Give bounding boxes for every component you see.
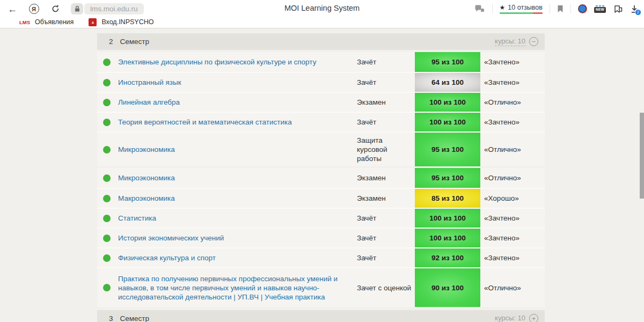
- course-assessment-type: Зачёт: [357, 253, 376, 262]
- course-assessment-type: Защита курсовой работы: [357, 136, 412, 163]
- course-link[interactable]: Микроэкономика: [118, 173, 175, 182]
- course-grade: «Зачтено»: [484, 58, 519, 66]
- table-row: Линейная алгебра Экзамен 100 из 100 «Отл…: [97, 92, 545, 112]
- course-grade: «Хорошо»: [484, 194, 519, 202]
- courses-count-link[interactable]: курсы: 10: [495, 314, 525, 322]
- course-grade: «Отлично»: [484, 145, 521, 153]
- bookmark-item-announcements[interactable]: LMS Объявления: [19, 18, 74, 26]
- table-row: Элективные дисциплины по физической куль…: [97, 52, 545, 72]
- url-text: lms.moi.edu.ru: [90, 5, 138, 13]
- course-score-cell: 64 из 100: [415, 73, 480, 92]
- address-bar[interactable]: lms.moi.edu.ru: [71, 3, 144, 14]
- rating-bar-negative: [533, 12, 543, 14]
- table-row: Физическая культура и спорт Зачёт 92 из …: [97, 247, 545, 267]
- downloads-button[interactable]: 2: [630, 5, 639, 13]
- course-grade: «Зачтено»: [484, 118, 519, 126]
- collections-icon: [613, 5, 623, 13]
- download-count-badge: 2: [635, 9, 641, 16]
- semester-header: 2 Семестр курсы: 10 −: [97, 33, 545, 50]
- semester-label: Семестр: [120, 38, 150, 46]
- toolbar-right-icons: ★ 10 отзывов NEW: [474, 4, 639, 14]
- course-assessment-type: Зачет с оценкой: [357, 283, 411, 292]
- expand-semester-button[interactable]: +: [529, 314, 538, 322]
- semester-number: 3: [109, 314, 113, 322]
- course-grade: «Отлично»: [484, 284, 521, 292]
- course-link[interactable]: Макроэкономика: [118, 194, 175, 203]
- course-status-dot: [103, 215, 111, 222]
- bookmark-item-inpsycho[interactable]: ▲ Вход.INPSYCHO: [89, 18, 153, 26]
- course-link[interactable]: Теория вероятностей и математическая ста…: [118, 118, 292, 127]
- course-link[interactable]: Практика по получению первичных професси…: [118, 274, 348, 302]
- course-grade: «Отлично»: [484, 98, 521, 106]
- marquee-dashes-icon: [596, 5, 604, 7]
- course-link[interactable]: Микроэкономика: [118, 145, 175, 154]
- course-status-dot: [103, 99, 111, 106]
- course-assessment-type: Экзамен: [357, 194, 386, 203]
- semester-label: Семестр: [120, 314, 150, 322]
- course-score-cell: 90 из 100: [415, 268, 480, 307]
- course-link[interactable]: История экономических учений: [118, 233, 224, 243]
- reviews-rating-bar: [500, 12, 543, 14]
- course-status-dot: [103, 146, 111, 153]
- course-status-dot: [103, 195, 111, 202]
- course-status-dot: [103, 79, 111, 86]
- refresh-icon: [51, 4, 60, 13]
- url-field[interactable]: lms.moi.edu.ru: [84, 3, 144, 14]
- course-link[interactable]: Статистика: [118, 214, 156, 223]
- toolbar-separator: [570, 4, 571, 13]
- new-badge: NEW: [594, 7, 606, 13]
- bookmark-label: Вход.INPSYCHO: [101, 18, 153, 26]
- course-grade: «Зачтено»: [484, 214, 519, 222]
- course-link[interactable]: Физическая культура и спорт: [118, 253, 216, 262]
- bookmarks-bar: LMS Объявления ▲ Вход.INPSYCHO: [0, 16, 644, 28]
- course-grade: «Зачтено»: [484, 234, 519, 242]
- course-score-cell: 95 из 100: [415, 52, 480, 72]
- table-row: Микроэкономика Защита курсовой работы 95…: [97, 131, 545, 166]
- course-grade: «Отлично»: [484, 174, 521, 182]
- browser-chrome: ← Я lms.moi.edu.ru MOI Learning System: [0, 0, 644, 28]
- ssl-lock-chip[interactable]: [71, 3, 83, 14]
- vertical-scrollbar-thumb[interactable]: [640, 113, 644, 199]
- toolbar-separator: [492, 4, 493, 13]
- table-row: Микроэкономика Экзамен 95 из 100 «Отличн…: [97, 168, 545, 188]
- site-reviews-button[interactable]: ★ 10 отзывов: [500, 4, 543, 14]
- refresh-button[interactable]: [48, 3, 62, 16]
- protect-extension-button[interactable]: [474, 4, 485, 13]
- back-button[interactable]: ←: [5, 3, 19, 16]
- semester-header-next: 3 Семестр курсы: 10 +: [97, 310, 545, 322]
- lock-icon: [74, 5, 80, 12]
- course-status-dot: [103, 119, 111, 126]
- new-releases-extension-button[interactable]: NEW: [594, 5, 606, 13]
- course-link[interactable]: Линейная алгебра: [118, 98, 180, 107]
- semester-number: 2: [109, 38, 113, 46]
- plus-icon: +: [532, 315, 536, 322]
- inpsycho-favicon: ▲: [89, 18, 97, 26]
- bookmark-page-button[interactable]: [557, 5, 564, 13]
- course-assessment-type: Зачёт: [357, 233, 376, 243]
- course-link[interactable]: Элективные дисциплины по физической куль…: [118, 57, 316, 67]
- table-row: Макроэкономика Экзамен 85 из 100 «Хорошо…: [97, 188, 545, 208]
- extension-circle-icon[interactable]: [578, 4, 587, 13]
- course-link[interactable]: Иностранный язык: [118, 78, 181, 87]
- table-row: Иностранный язык Зачёт 64 из 100 «Зачтен…: [97, 72, 545, 92]
- lms-favicon: LMS: [19, 19, 30, 25]
- course-assessment-type: Зачёт: [357, 57, 376, 67]
- course-score-cell: 100 из 100: [415, 93, 480, 112]
- course-status-dot: [103, 235, 111, 242]
- minus-icon: −: [532, 38, 536, 45]
- collections-button[interactable]: [613, 5, 623, 13]
- course-score-cell: 95 из 100: [415, 133, 480, 166]
- table-row: История экономических учений Зачёт 100 и…: [97, 228, 545, 247]
- course-assessment-type: Экзамен: [357, 173, 386, 182]
- yandex-home-button[interactable]: Я: [27, 3, 41, 16]
- course-score-cell: 95 из 100: [415, 168, 480, 188]
- browser-toolbar: ← Я lms.moi.edu.ru MOI Learning System: [0, 0, 644, 16]
- courses-count-link[interactable]: курсы: 10: [495, 37, 525, 46]
- course-score-cell: 100 из 100: [415, 113, 480, 131]
- rating-bar-positive: [500, 12, 533, 14]
- course-status-dot: [103, 284, 111, 291]
- back-icon: ←: [8, 4, 17, 14]
- course-assessment-type: Экзамен: [357, 98, 386, 107]
- collapse-semester-button[interactable]: −: [529, 37, 538, 46]
- course-status-dot: [103, 58, 111, 66]
